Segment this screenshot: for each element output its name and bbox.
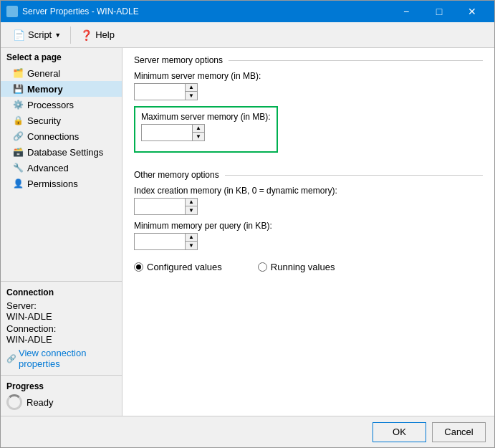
view-connection-link[interactable]: 🔗 View connection properties — [6, 348, 116, 369]
other-memory-header: Other memory options — [134, 170, 483, 180]
main-panel: Server memory options Minimum server mem… — [122, 48, 494, 416]
help-button[interactable]: ❓ Help — [74, 27, 121, 44]
sidebar-label-memory: Memory — [27, 84, 63, 95]
maximize-button[interactable]: □ — [423, 1, 456, 22]
min-memory-row: Minimum server memory (in MB): 0 ▲ ▼ — [134, 71, 483, 100]
advanced-icon: 🔧 — [12, 162, 24, 173]
max-memory-down-button[interactable]: ▼ — [193, 133, 204, 140]
sidebar: Select a page 🗂️ General 💾 Memory ⚙️ Pro… — [1, 48, 122, 416]
min-query-memory-input[interactable]: 1024 — [135, 234, 185, 249]
max-memory-highlighted-box: Maximum server memory (in MB): 81000 ▲ ▼ — [134, 106, 278, 153]
configured-values-option[interactable]: Configured values — [134, 262, 222, 272]
values-radio-row: Configured values Running values — [134, 262, 483, 272]
other-memory-line — [225, 175, 483, 176]
min-memory-down-button[interactable]: ▼ — [186, 92, 197, 100]
min-query-memory-spinbox[interactable]: 1024 ▲ ▼ — [134, 233, 198, 250]
general-icon: 🗂️ — [12, 67, 24, 79]
configured-values-radio[interactable] — [134, 262, 143, 272]
other-memory-label: Other memory options — [134, 170, 219, 180]
security-icon: 🔒 — [12, 115, 24, 126]
sidebar-label-database-settings: Database Settings — [27, 147, 103, 158]
sidebar-item-connections[interactable]: 🔗 Connections — [1, 128, 122, 144]
max-memory-label: Maximum server memory (in MB): — [141, 112, 271, 122]
running-values-radio[interactable] — [258, 262, 267, 272]
server-memory-group: Server memory options Minimum server mem… — [134, 55, 483, 158]
index-memory-spinbox[interactable]: 0 ▲ ▼ — [134, 198, 198, 215]
toolbar-separator — [70, 27, 71, 44]
min-memory-spinner-buttons: ▲ ▼ — [185, 84, 197, 100]
min-query-memory-label: Minimum memory per query (in KB): — [134, 221, 483, 231]
help-icon: ❓ — [80, 29, 92, 41]
index-memory-spinner-buttons: ▲ ▼ — [185, 199, 197, 214]
server-memory-header: Server memory options — [134, 55, 483, 65]
script-button[interactable]: 📄 Script ▼ — [6, 27, 67, 44]
sidebar-item-database-settings[interactable]: 🗃️ Database Settings — [1, 144, 122, 160]
content-area: Select a page 🗂️ General 💾 Memory ⚙️ Pro… — [1, 48, 494, 416]
running-values-option[interactable]: Running values — [258, 262, 335, 272]
sidebar-label-processors: Processors — [27, 100, 74, 110]
connection-section: Connection Server: WIN-ADLE Connection: … — [1, 281, 122, 375]
min-memory-input[interactable]: 0 — [135, 84, 185, 100]
sidebar-item-memory[interactable]: 💾 Memory — [1, 81, 122, 97]
close-button[interactable]: ✕ — [456, 1, 489, 22]
window-title: Server Properties - WIN-ADLE — [22, 6, 390, 16]
footer: OK Cancel — [1, 416, 494, 447]
server-memory-line — [229, 60, 483, 61]
script-dropdown-icon: ▼ — [54, 32, 61, 39]
connection-label: Connection: — [6, 323, 56, 334]
min-memory-label: Minimum server memory (in MB): — [134, 71, 483, 81]
max-memory-input[interactable]: 81000 — [142, 125, 192, 140]
server-label-text: Server: WIN-ADLE — [6, 300, 116, 322]
max-memory-spinner-buttons: ▲ ▼ — [192, 125, 204, 140]
sidebar-item-general[interactable]: 🗂️ General — [1, 65, 122, 81]
index-memory-down-button[interactable]: ▼ — [186, 206, 197, 214]
min-query-memory-up-button[interactable]: ▲ — [186, 234, 197, 242]
progress-section-title: Progress — [6, 381, 116, 391]
index-memory-label: Index creation memory (in KB, 0 = dynami… — [134, 186, 483, 196]
help-label: Help — [95, 29, 115, 40]
running-values-label: Running values — [271, 262, 335, 272]
connection-value: WIN-ADLE — [6, 334, 52, 345]
index-memory-up-button[interactable]: ▲ — [186, 199, 197, 206]
memory-icon: 💾 — [12, 83, 24, 95]
sidebar-item-processors[interactable]: ⚙️ Processors — [1, 97, 122, 113]
min-query-memory-spinner-buttons: ▲ ▼ — [185, 234, 197, 249]
min-memory-up-button[interactable]: ▲ — [186, 84, 197, 92]
configured-values-label: Configured values — [147, 262, 222, 272]
min-query-memory-row: Minimum memory per query (in KB): 1024 ▲… — [134, 221, 483, 250]
progress-status: Ready — [6, 394, 116, 410]
database-settings-icon: 🗃️ — [12, 146, 24, 158]
connection-label-text: Connection: WIN-ADLE — [6, 323, 116, 345]
sidebar-label-security: Security — [27, 115, 61, 126]
sidebar-label-permissions: Permissions — [27, 178, 78, 189]
select-page-label: Select a page — [1, 48, 122, 65]
max-memory-up-button[interactable]: ▲ — [193, 125, 204, 133]
cancel-button[interactable]: Cancel — [432, 422, 486, 442]
connection-section-title: Connection — [6, 287, 116, 297]
min-query-memory-down-button[interactable]: ▼ — [186, 242, 197, 249]
index-memory-input[interactable]: 0 — [135, 199, 185, 214]
window-icon — [6, 6, 18, 17]
view-connection-label: View connection properties — [19, 348, 116, 369]
server-label: Server: — [6, 300, 37, 311]
max-memory-spinbox[interactable]: 81000 ▲ ▼ — [141, 124, 205, 141]
sidebar-item-advanced[interactable]: 🔧 Advanced — [1, 160, 122, 176]
connections-icon: 🔗 — [12, 130, 24, 142]
server-value: WIN-ADLE — [6, 311, 52, 322]
sidebar-label-connections: Connections — [27, 131, 79, 142]
title-buttons: − □ ✕ — [390, 1, 489, 22]
link-icon: 🔗 — [6, 354, 16, 363]
processors-icon: ⚙️ — [12, 99, 24, 110]
main-content: Server memory options Minimum server mem… — [122, 48, 494, 416]
script-icon: 📄 — [13, 29, 25, 41]
index-memory-row: Index creation memory (in KB, 0 = dynami… — [134, 186, 483, 215]
min-memory-spinbox[interactable]: 0 ▲ ▼ — [134, 83, 198, 100]
progress-status-text: Ready — [27, 397, 54, 408]
window: Server Properties - WIN-ADLE − □ ✕ 📄 Scr… — [0, 0, 495, 448]
ok-button[interactable]: OK — [373, 422, 426, 442]
sidebar-item-security[interactable]: 🔒 Security — [1, 113, 122, 128]
progress-section: Progress Ready — [1, 375, 122, 416]
permissions-icon: 👤 — [12, 178, 24, 189]
sidebar-item-permissions[interactable]: 👤 Permissions — [1, 176, 122, 191]
minimize-button[interactable]: − — [390, 1, 423, 22]
